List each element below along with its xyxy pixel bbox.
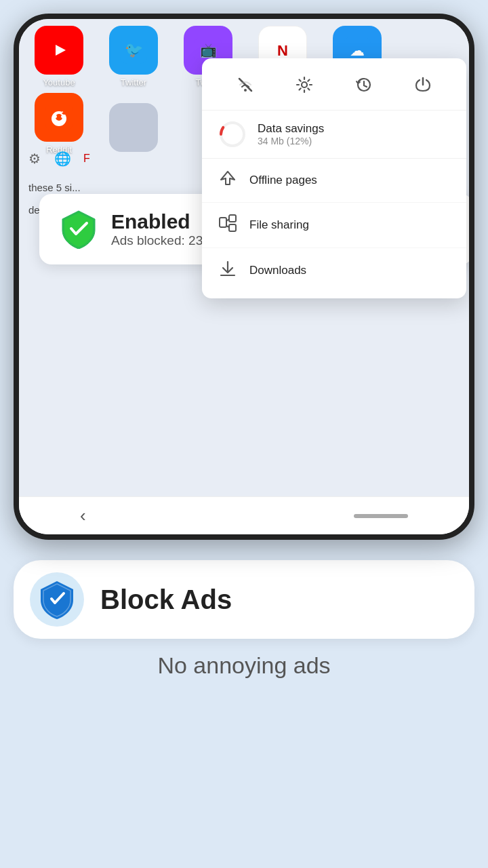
svg-text:N: N	[277, 42, 288, 59]
svg-point-21	[221, 123, 244, 146]
no-wifi-button[interactable]	[230, 69, 261, 100]
offline-pages-icon	[218, 170, 237, 191]
history-icon	[355, 76, 373, 94]
phone-screen: Youtube 🐦 Twitter	[19, 19, 469, 534]
app-icon-youtube-wrap[interactable]: Youtube	[22, 26, 96, 87]
no-annoying-label: No annoying ads	[157, 652, 330, 679]
downloads-icon	[218, 259, 237, 282]
svg-text:🐦: 🐦	[125, 41, 144, 59]
power-button[interactable]	[407, 69, 439, 100]
dropdown-menu: Data savings 34 Mb (12%) Offline pages	[202, 58, 466, 298]
data-savings-title: Data savings	[258, 122, 324, 136]
back-button[interactable]: ‹	[80, 505, 86, 526]
phone-mockup: Youtube 🐦 Twitter	[14, 14, 474, 540]
file-sharing-label: File sharing	[249, 218, 309, 232]
adblocker-status: Enabled	[111, 210, 210, 233]
settings-icon	[296, 76, 313, 94]
adblocker-text: Enabled Ads blocked: 231	[111, 210, 210, 248]
data-savings-icon	[218, 120, 247, 149]
twitter-label: Twitter	[121, 77, 146, 87]
svg-point-13	[54, 115, 57, 118]
shield-blue-icon	[30, 572, 84, 627]
blue-shield-svg	[39, 580, 75, 619]
reddit-logo-icon	[45, 104, 73, 131]
app-icon-twitter[interactable]: 🐦	[109, 26, 158, 75]
green-shield-svg	[61, 210, 96, 249]
home-indicator[interactable]	[354, 514, 408, 518]
history-button[interactable]	[348, 69, 380, 100]
downloads-item[interactable]: Downloads	[202, 248, 466, 293]
file-sharing-icon	[218, 214, 237, 237]
power-icon	[414, 76, 432, 94]
app-icon-twitter-wrap[interactable]: 🐦 Twitter	[96, 26, 171, 87]
svg-point-18	[244, 89, 247, 92]
app-icon-reddit[interactable]	[35, 93, 83, 142]
no-wifi-icon	[237, 76, 254, 94]
data-savings-text: Data savings 34 Mb (12%)	[258, 122, 324, 146]
svg-text:📺: 📺	[200, 42, 217, 58]
settings-button[interactable]	[289, 69, 320, 100]
dropdown-icons-row	[202, 69, 466, 111]
data-savings-row: Data savings 34 Mb (12%)	[202, 111, 466, 159]
file-share-icon	[218, 214, 237, 233]
svg-rect-23	[220, 218, 226, 227]
airplane-icon	[219, 170, 237, 187]
downloads-label: Downloads	[249, 264, 306, 277]
youtube-logo-icon	[45, 37, 73, 64]
file-sharing-item[interactable]: File sharing	[202, 203, 466, 248]
offline-pages-item[interactable]: Offline pages	[202, 159, 466, 203]
block-ads-banner: Block Ads	[14, 560, 474, 639]
data-savings-subtitle: 34 Mb (12%)	[258, 136, 324, 146]
app-icon-unknown[interactable]	[109, 103, 158, 152]
svg-rect-24	[229, 215, 236, 222]
app-icon-unknown-wrap[interactable]	[96, 103, 171, 155]
download-icon	[218, 259, 237, 278]
shield-green-icon	[58, 209, 99, 250]
bottom-section: Block Ads No annoying ads	[0, 540, 488, 706]
block-ads-label: Block Ads	[100, 585, 232, 615]
svg-point-19	[302, 82, 307, 87]
svg-text:☁: ☁	[350, 42, 365, 59]
app-icon-youtube[interactable]	[35, 26, 83, 75]
offline-pages-label: Offline pages	[249, 174, 317, 187]
ads-blocked-count: Ads blocked: 231	[111, 233, 210, 248]
svg-point-14	[61, 115, 64, 118]
youtube-label: Youtube	[43, 77, 75, 87]
app-icon-reddit-wrap[interactable]: Reddit	[22, 93, 96, 155]
twitter-logo-icon: 🐦	[120, 37, 147, 64]
nav-bar: ‹	[19, 496, 469, 534]
svg-rect-25	[229, 224, 236, 231]
